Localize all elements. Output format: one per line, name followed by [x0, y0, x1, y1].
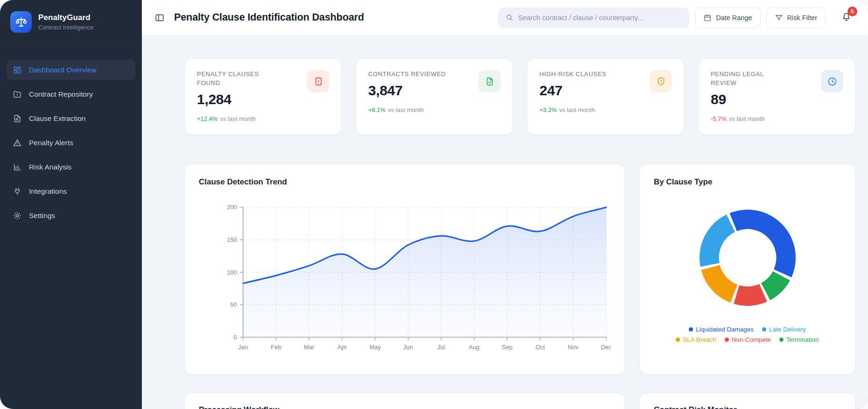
dashboard-grid-icon: [13, 65, 22, 75]
trend-chart-title: Clause Detection Trend: [199, 177, 611, 187]
legend-item-late-delivery: Late Delivery: [762, 326, 806, 333]
stat-label: PENALTY CLAUSES FOUND: [197, 70, 277, 88]
legend-item-sla-breach: SLA Breach: [676, 336, 716, 343]
sidebar-item-label: Penalty Alerts: [29, 139, 73, 147]
donut-segment-sla-breach: [701, 265, 737, 303]
sidebar-item-risk-analysis[interactable]: Risk Analysis: [7, 157, 135, 177]
sidebar-divider: [0, 43, 142, 44]
stat-delta-value: +12.4%: [197, 115, 217, 122]
donut-segment-non-compete: [734, 284, 767, 306]
sidebar-item-dashboard-overview[interactable]: Dashboard Overview: [7, 60, 135, 80]
page-title: Penalty Clause Identification Dashboard: [174, 12, 364, 23]
svg-text:Jan: Jan: [238, 344, 248, 351]
sidebar-item-label: Settings: [29, 212, 55, 220]
stat-delta: +8.1%vs last month: [368, 106, 500, 113]
date-range-label: Date Range: [716, 14, 752, 21]
stat-card-pending-legal-review: PENDING LEGAL REVIEW89-5.7%vs last month: [698, 58, 855, 135]
bottom-row: Processing WorkflowContract Risk Monitor: [184, 393, 855, 409]
search-icon: [505, 14, 513, 21]
stat-card-penalty-clauses-found: PENALTY CLAUSES FOUND1,284+12.4%vs last …: [184, 58, 342, 135]
risk-filter-button[interactable]: Risk Filter: [766, 7, 826, 28]
sidebar-item-label: Clause Extraction: [29, 114, 85, 123]
app-frame: PenaltyGuard Contract Intelligence Dashb…: [0, 0, 868, 409]
stat-delta-value: +3.2%: [539, 106, 557, 113]
legend-label: Liquidated Damages: [696, 326, 754, 333]
donut-legend: Liquidated DamagesLate DeliverySLA Breac…: [654, 326, 841, 343]
warning-triangle-icon: [13, 138, 22, 148]
sidebar-item-label: Integrations: [29, 187, 67, 196]
search-box[interactable]: [498, 7, 689, 28]
search-input[interactable]: [518, 14, 683, 21]
charts-row: Clause Detection Trend 050100150200JanFe…: [184, 164, 855, 374]
legend-label: Non-Compete: [732, 336, 771, 343]
brand-tagline: Contract Intelligence: [38, 24, 94, 31]
stat-delta-value: -5.7%: [711, 115, 727, 122]
legend-item-non-compete: Non-Compete: [725, 336, 771, 343]
sidebar-item-label: Dashboard Overview: [29, 66, 97, 74]
sidebar-item-integrations[interactable]: Integrations: [7, 181, 135, 201]
funnel-icon: [775, 14, 783, 22]
svg-text:Sep: Sep: [502, 344, 512, 351]
brand-text: PenaltyGuard Contract Intelligence: [38, 13, 94, 31]
bottom-card-title: Processing Workflow: [199, 405, 611, 409]
stat-delta: +12.4%vs last month: [197, 115, 329, 122]
header-actions: Date Range Risk Filter 5: [498, 7, 854, 28]
by-clause-type-card: By Clause Type Liquidated DamagesLate De…: [639, 164, 855, 374]
stat-value: 1,284: [197, 92, 329, 107]
legend-item-liquidated-damages: Liquidated Damages: [689, 326, 754, 333]
stat-card-high-risk-clauses: HIGH-RISK CLAUSES247+3.2%vs last month: [527, 58, 684, 135]
sidebar-item-clause-extraction[interactable]: Clause Extraction: [7, 108, 135, 128]
trend-line-chart: 050100150200JanFebMarAprMayJunJulAugSepO…: [199, 196, 611, 357]
clause-type-donut-chart: [695, 205, 800, 312]
legend-dot-icon: [762, 327, 766, 331]
clock-icon: [821, 70, 843, 92]
sidebar-item-penalty-alerts[interactable]: Penalty Alerts: [7, 133, 135, 153]
sidebar-item-contract-repository[interactable]: Contract Repository: [7, 84, 135, 104]
sidebar-nav: Dashboard OverviewContract RepositoryCla…: [0, 60, 142, 226]
shield-alert-icon: [650, 70, 672, 92]
legend-item-termination: Termination: [779, 336, 819, 343]
date-range-button[interactable]: Date Range: [695, 7, 760, 28]
svg-text:Apr: Apr: [337, 344, 347, 351]
legend-row: SLA BreachNon-CompeteTermination: [676, 336, 819, 343]
bar-chart-icon: [13, 162, 22, 172]
stat-value: 89: [711, 92, 843, 107]
svg-text:100: 100: [227, 269, 237, 276]
dashboard-content: PENALTY CLAUSES FOUND1,284+12.4%vs last …: [142, 35, 868, 409]
svg-text:50: 50: [230, 301, 237, 308]
trend-chart-svg: 050100150200JanFebMarAprMayJunJulAugSepO…: [199, 196, 611, 357]
svg-text:0: 0: [234, 334, 237, 341]
legend-dot-icon: [689, 327, 693, 331]
donut-chart-svg: [695, 205, 800, 310]
risk-filter-label: Risk Filter: [787, 14, 817, 21]
svg-text:200: 200: [227, 204, 237, 211]
donut-segment-termination: [761, 271, 790, 300]
svg-text:Feb: Feb: [271, 344, 281, 351]
sidebar-item-settings[interactable]: Settings: [7, 205, 135, 226]
document-search-icon: [13, 114, 22, 123]
svg-text:Jun: Jun: [403, 344, 413, 351]
svg-text:Oct: Oct: [535, 344, 545, 351]
stat-card-contracts-reviewed: CONTRACTS REVIEWED3,847+8.1%vs last mont…: [356, 58, 513, 135]
legend-row: Liquidated DamagesLate Delivery: [689, 326, 806, 333]
plug-icon: [13, 187, 22, 196]
notifications-button[interactable]: 5: [838, 10, 854, 26]
stat-delta-value: +8.1%: [368, 106, 385, 113]
document-check-icon: [478, 70, 501, 92]
sidebar-toggle-button[interactable]: [154, 13, 165, 23]
header: Penalty Clause Identification Dashboard …: [142, 0, 868, 35]
scales-icon: [10, 11, 32, 33]
legend-label: Termination: [786, 336, 819, 343]
svg-text:Nov: Nov: [568, 344, 579, 351]
sidebar-item-label: Risk Analysis: [29, 163, 71, 171]
stats-row: PENALTY CLAUSES FOUND1,284+12.4%vs last …: [184, 58, 855, 135]
sidebar: PenaltyGuard Contract Intelligence Dashb…: [0, 0, 142, 409]
svg-text:Mar: Mar: [304, 344, 315, 351]
brand-name: PenaltyGuard: [38, 13, 94, 22]
bottom-card-title: Contract Risk Monitor: [654, 405, 841, 409]
processing-workflow-card: Processing Workflow: [184, 393, 625, 409]
legend-label: Late Delivery: [769, 326, 806, 333]
clause-detection-trend-card: Clause Detection Trend 050100150200JanFe…: [184, 164, 625, 374]
donut-chart-title: By Clause Type: [654, 177, 841, 187]
sidebar-item-label: Contract Repository: [29, 90, 93, 99]
